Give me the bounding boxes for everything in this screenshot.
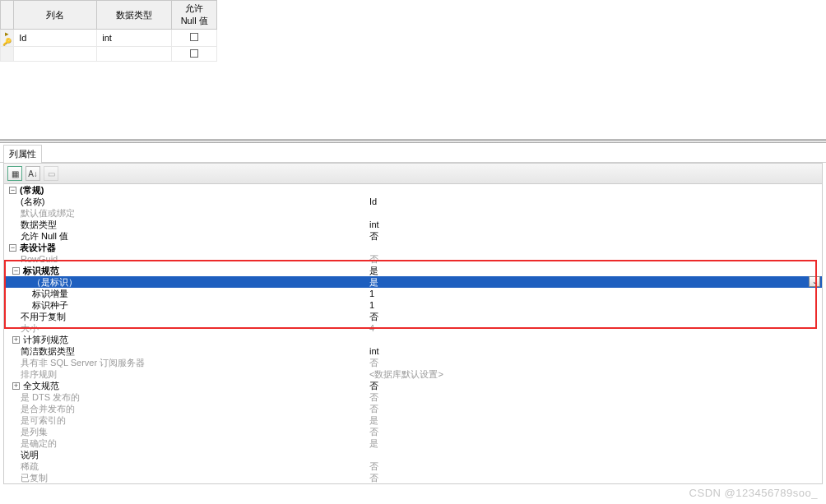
value: <数据库默认设置>	[366, 368, 822, 380]
categorized-button[interactable]: ▦	[7, 166, 22, 181]
label: 已复制	[21, 472, 48, 483]
label: RowGuid	[21, 253, 58, 265]
prop-identity-spec[interactable]: −标识规范 是	[4, 265, 822, 276]
value: 是	[366, 265, 822, 276]
value: 否	[366, 460, 822, 472]
label: 标识种子	[32, 299, 68, 311]
label: 排序规则	[21, 368, 57, 380]
label: 全文规范	[23, 380, 59, 391]
value[interactable]: 否	[366, 230, 822, 242]
prop-indexable[interactable]: 是可索引的 是	[4, 414, 822, 426]
label: 具有非 SQL Server 订阅服务器	[21, 357, 145, 368]
label: 简洁数据类型	[21, 345, 75, 357]
prop-column-set[interactable]: 是列集 否	[4, 426, 822, 437]
prop-name[interactable]: (名称) Id	[4, 196, 822, 207]
cell-nullable[interactable]	[172, 47, 217, 62]
column-grid-area: 列名 数据类型 允许 Null 值 ▸🔑 Id int	[0, 0, 826, 140]
label: 默认值或绑定	[21, 207, 75, 219]
table-row[interactable]: ▸🔑 Id int	[1, 30, 217, 47]
label: 数据类型	[21, 219, 57, 230]
value: 否	[366, 357, 822, 368]
row-selector[interactable]: ▸🔑	[1, 30, 14, 47]
prop-not-for-replication[interactable]: 不用于复制 否	[4, 311, 822, 322]
columns-table: 列名 数据类型 允许 Null 值 ▸🔑 Id int	[0, 0, 217, 62]
collapse-icon[interactable]: −	[9, 187, 16, 194]
value[interactable]: int	[366, 345, 822, 357]
category-general[interactable]: −(常规)	[4, 184, 822, 196]
label: 标识增量	[32, 288, 68, 299]
value: 否	[366, 380, 822, 391]
prop-computed-spec[interactable]: +计算列规范	[4, 334, 822, 345]
prop-fulltext-spec[interactable]: +全文规范 否	[4, 380, 822, 391]
cell-name[interactable]: Id	[14, 30, 97, 47]
property-page-button[interactable]: ▭	[44, 166, 58, 181]
value[interactable]: 否	[366, 311, 822, 322]
prop-is-identity[interactable]: （是标识） 是⌄	[4, 276, 822, 288]
label: (名称)	[21, 196, 44, 207]
property-grid: −(常规) (名称) Id 默认值或绑定 数据类型 int 允许 Null 值 …	[3, 184, 823, 484]
cell-nullable[interactable]	[172, 30, 217, 47]
label: 是列集	[21, 426, 48, 437]
dropdown-button[interactable]: ⌄	[809, 276, 820, 287]
label: 是 DTS 发布的	[21, 391, 80, 403]
label: 不用于复制	[21, 311, 66, 322]
checkbox-icon[interactable]	[190, 33, 198, 41]
value[interactable]: int	[366, 219, 822, 230]
value: 否	[366, 426, 822, 437]
prop-merge-published[interactable]: 是合并发布的 否	[4, 403, 822, 414]
expand-icon[interactable]: +	[12, 382, 20, 390]
prop-concise-type[interactable]: 简洁数据类型 int	[4, 345, 822, 357]
value: 否	[366, 253, 822, 265]
prop-sparse[interactable]: 稀疏 否	[4, 460, 822, 472]
prop-default[interactable]: 默认值或绑定	[4, 207, 822, 219]
table-row[interactable]	[1, 47, 217, 62]
value[interactable]: Id	[366, 196, 822, 207]
header-colname[interactable]: 列名	[14, 1, 97, 30]
value: 否	[366, 472, 822, 483]
prop-dts-published[interactable]: 是 DTS 发布的 否	[4, 391, 822, 403]
value: 4	[366, 322, 822, 334]
label: (常规)	[20, 184, 44, 196]
prop-sql-subscriber[interactable]: 具有非 SQL Server 订阅服务器 否	[4, 357, 822, 368]
label: 是合并发布的	[21, 403, 75, 414]
value[interactable]: 是⌄	[366, 276, 822, 288]
columns-header-row: 列名 数据类型 允许 Null 值	[1, 1, 217, 30]
prop-identity-seed[interactable]: 标识种子 1	[4, 299, 822, 311]
header-allownull[interactable]: 允许 Null 值	[172, 1, 217, 30]
label: （是标识）	[32, 276, 77, 288]
label: 稀疏	[21, 460, 39, 472]
row-selector[interactable]	[1, 47, 14, 62]
prop-deterministic[interactable]: 是确定的 是	[4, 437, 822, 449]
prop-rowguid[interactable]: RowGuid 否	[4, 253, 822, 265]
primary-key-icon: ▸🔑	[1, 30, 13, 46]
expand-icon[interactable]: +	[12, 336, 20, 344]
value[interactable]: 1	[366, 299, 822, 311]
label: 是可索引的	[21, 414, 66, 426]
label: 表设计器	[20, 242, 56, 253]
prop-identity-increment[interactable]: 标识增量 1	[4, 288, 822, 299]
cell-type[interactable]: int	[97, 30, 172, 47]
prop-replicated[interactable]: 已复制 否	[4, 472, 822, 483]
prop-description[interactable]: 说明	[4, 449, 822, 460]
prop-collation[interactable]: 排序规则 <数据库默认设置>	[4, 368, 822, 380]
prop-allownull[interactable]: 允许 Null 值 否	[4, 230, 822, 242]
cell-type[interactable]	[97, 47, 172, 62]
prop-size[interactable]: 大小 4	[4, 322, 822, 334]
value: 否	[366, 391, 822, 403]
label: 标识规范	[23, 265, 59, 276]
value: 否	[366, 403, 822, 414]
watermark: CSDN @123456789soo_	[689, 487, 818, 499]
collapse-icon[interactable]: −	[12, 267, 20, 275]
category-table-designer[interactable]: −表设计器	[4, 242, 822, 253]
cell-name[interactable]	[14, 47, 97, 62]
header-datatype[interactable]: 数据类型	[97, 1, 172, 30]
properties-toolbar: ▦ A↓ ▭	[3, 163, 823, 184]
prop-datatype[interactable]: 数据类型 int	[4, 219, 822, 230]
alphabetical-button[interactable]: A↓	[26, 166, 40, 181]
checkbox-icon[interactable]	[190, 49, 198, 58]
label: 大小	[21, 322, 39, 334]
label: 是确定的	[21, 437, 57, 449]
value[interactable]: 1	[366, 288, 822, 299]
label: 允许 Null 值	[21, 230, 68, 242]
collapse-icon[interactable]: −	[9, 244, 16, 252]
